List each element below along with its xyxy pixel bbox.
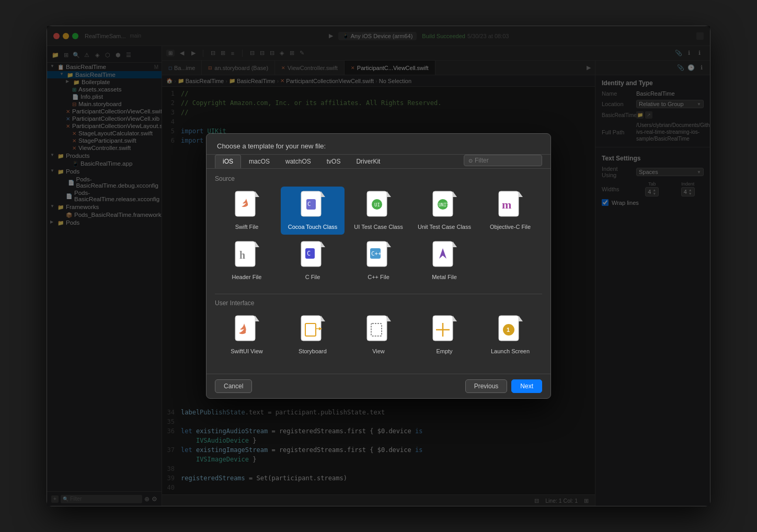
svg-marker-29: [453, 241, 457, 247]
modal-filter[interactable]: ⊙: [464, 155, 542, 166]
svg-marker-3: [321, 191, 325, 197]
modal-header: Choose a template for your new file:: [207, 134, 550, 155]
template-unit-test-case-class[interactable]: UNIT Unit Test Case Class: [412, 187, 476, 235]
svg-text:C: C: [307, 250, 311, 257]
template-storyboard-label: Storyboard: [299, 348, 327, 355]
template-view-label: View: [372, 348, 385, 355]
template-metal-file[interactable]: Metal File: [412, 237, 476, 285]
template-swift-file[interactable]: Swift File: [215, 187, 279, 235]
template-launch-screen[interactable]: 1 Launch Screen: [478, 311, 542, 359]
template-swift-file-label: Swift File: [235, 223, 259, 230]
template-header-file[interactable]: h Header File: [215, 237, 279, 285]
modal-content: Source Swift File: [207, 169, 550, 374]
modal-footer-actions: Previous Next: [465, 379, 542, 393]
ui-template-grid: SwiftUI View: [215, 311, 542, 359]
cancel-button[interactable]: Cancel: [215, 379, 252, 393]
template-cocoa-touch-class[interactable]: C Cocoa Touch Class: [281, 187, 345, 235]
modal-header-text: Choose a template for your new file:: [217, 142, 326, 150]
template-cpp-file[interactable]: C++ C++ File: [347, 237, 410, 285]
tab-watchos-label: watchOS: [285, 158, 311, 165]
template-cpp-label: C++ File: [368, 273, 389, 281]
next-button[interactable]: Next: [511, 379, 542, 393]
svg-marker-15: [519, 191, 523, 197]
tab-tvos-label: tvOS: [327, 158, 341, 165]
cocoa-touch-template-icon: C: [298, 191, 327, 220]
svg-rect-37: [367, 316, 387, 341]
template-swiftui-view[interactable]: SwiftUI View: [215, 311, 279, 359]
tab-ios[interactable]: iOS: [215, 155, 241, 168]
tab-macos[interactable]: macOS: [241, 155, 278, 168]
filter-search-icon: ⊙: [468, 158, 473, 164]
tab-ios-label: iOS: [223, 158, 233, 165]
template-c-label: C File: [305, 273, 320, 281]
previous-button[interactable]: Previous: [465, 379, 508, 393]
storyboard-template-icon: [298, 315, 327, 344]
ui-test-template-icon: UI: [364, 191, 393, 220]
swiftui-template-icon: [232, 315, 261, 344]
svg-marker-7: [387, 191, 391, 197]
source-section-label: Source: [215, 175, 542, 182]
template-header-label: Header File: [232, 273, 262, 281]
svg-marker-38: [387, 316, 391, 321]
template-objc-label: Objective-C File: [490, 223, 531, 230]
main-window: RealTimeSam... main ▶ 📱 Any iOS Device (…: [47, 26, 710, 506]
modal-tabs-row: iOS macOS watchOS tvOS DriverKit: [207, 155, 550, 169]
template-objective-c-file[interactable]: m Objective-C File: [478, 187, 542, 235]
svg-text:UI: UI: [374, 202, 380, 207]
objc-template-icon: m: [496, 191, 525, 220]
svg-rect-32: [301, 316, 321, 341]
template-cocoa-touch-class-label: Cocoa Touch Class: [288, 223, 338, 230]
svg-rect-0: [235, 191, 255, 216]
tab-driverkit-label: DriverKit: [356, 158, 380, 165]
template-view[interactable]: View: [347, 311, 410, 359]
unit-test-template-icon: UNIT: [430, 191, 459, 220]
svg-marker-21: [321, 241, 325, 247]
svg-text:UNIT: UNIT: [439, 203, 449, 207]
filter-search-input[interactable]: [475, 157, 537, 164]
svg-marker-25: [387, 241, 391, 247]
svg-marker-45: [519, 316, 523, 321]
modal-footer: Cancel Previous Next: [207, 374, 550, 398]
section-divider: [215, 294, 542, 294]
svg-marker-31: [255, 316, 259, 321]
svg-marker-11: [453, 191, 457, 197]
c-template-icon: C: [298, 241, 327, 270]
svg-text:C++: C++: [371, 250, 382, 257]
template-storyboard[interactable]: Storyboard: [281, 311, 345, 359]
modal-overlay: Choose a template for your new file: iOS…: [47, 26, 710, 506]
tab-driverkit[interactable]: DriverKit: [348, 155, 388, 168]
template-launch-screen-label: Launch Screen: [491, 348, 530, 355]
template-empty[interactable]: Empty: [412, 311, 476, 359]
source-template-grid: Swift File C Cocoa Touch Class: [215, 187, 542, 285]
template-c-file[interactable]: C C File: [281, 237, 345, 285]
view-template-icon: [364, 315, 393, 344]
svg-text:C: C: [307, 201, 311, 207]
launch-screen-template-icon: 1: [496, 315, 525, 344]
template-metal-label: Metal File: [432, 273, 457, 281]
tab-macos-label: macOS: [249, 158, 270, 165]
svg-marker-33: [321, 316, 325, 321]
svg-marker-1: [255, 191, 259, 197]
empty-template-icon: [430, 315, 459, 344]
cpp-template-icon: C++: [364, 241, 393, 270]
template-chooser-modal: Choose a template for your new file: iOS…: [206, 133, 551, 399]
metal-template-icon: [430, 241, 459, 270]
swift-file-template-icon: [232, 191, 261, 220]
svg-text:m: m: [502, 198, 511, 211]
svg-marker-41: [453, 316, 457, 321]
tab-tvos[interactable]: tvOS: [319, 155, 349, 168]
user-interface-section-label: User Interface: [215, 299, 542, 307]
template-swiftui-label: SwiftUI View: [231, 348, 263, 355]
template-ui-test-case-class[interactable]: UI UI Test Case Class: [347, 187, 410, 235]
tab-watchos[interactable]: watchOS: [278, 155, 319, 168]
template-ui-test-label: UI Test Case Class: [354, 223, 403, 230]
platform-tabs: iOS macOS watchOS tvOS DriverKit: [215, 155, 464, 168]
svg-marker-18: [255, 241, 259, 247]
svg-text:h: h: [239, 249, 245, 261]
template-unit-test-label: Unit Test Case Class: [418, 223, 471, 230]
svg-text:1: 1: [507, 327, 510, 333]
header-template-icon: h: [232, 241, 261, 270]
template-empty-label: Empty: [436, 348, 452, 355]
